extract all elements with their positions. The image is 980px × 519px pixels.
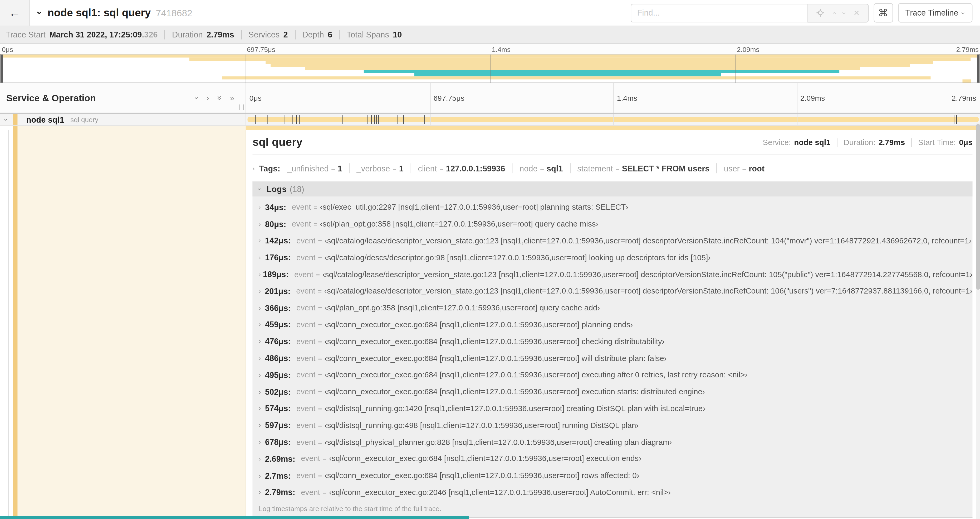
trace-summary-item: Total Spans10 — [340, 30, 409, 40]
chevron-right-icon[interactable]: › — [259, 472, 265, 479]
log-row[interactable]: ›574μs:event=‹sql/distsql_running.go:142… — [259, 400, 972, 417]
log-row[interactable]: ›189μs:event=‹sql/catalog/lease/descript… — [259, 266, 972, 283]
log-row[interactable]: ›476μs:event=‹sql/conn_executor_exec.go:… — [259, 333, 972, 350]
chevron-right-icon[interactable]: › — [259, 355, 265, 362]
tag-key: client — [418, 163, 437, 173]
minimap-tick-labels: 0μs697.75μs1.4ms2.09ms2.79ms — [0, 44, 980, 54]
log-value: ‹sql/conn_executor_exec.go:684 [nsql1,cl… — [329, 454, 641, 463]
log-event-tick — [342, 115, 343, 124]
tag-value: 127.0.0.1:59936 — [446, 163, 505, 173]
span-row-timeline-cell[interactable] — [246, 114, 980, 125]
log-row[interactable]: ›80μs:event=‹sql/plan_opt.go:358 [nsql1,… — [259, 216, 972, 233]
scrollbar-thumb[interactable] — [976, 124, 980, 290]
chevron-right-icon[interactable]: › — [259, 439, 265, 446]
log-row[interactable]: ›34μs:event=‹sql/exec_util.go:2297 [nsql… — [259, 199, 972, 216]
summary-label: Services — [248, 30, 280, 40]
chevron-right-icon[interactable]: › — [259, 204, 265, 211]
clear-search-icon[interactable]: ✕ — [853, 9, 860, 16]
chevron-right-icon[interactable]: › — [259, 321, 265, 328]
chevron-down-icon[interactable]: › — [35, 11, 46, 14]
chevron-right-icon[interactable]: › — [259, 422, 265, 429]
double-chevron-right-icon[interactable]: » — [230, 94, 234, 102]
log-row[interactable]: ›486μs:event=‹sql/conn_executor_exec.go:… — [259, 350, 972, 367]
tag-item[interactable]: _verbose=1 — [342, 163, 404, 173]
log-row[interactable]: ›459μs:event=‹sql/conn_executor_exec.go:… — [259, 316, 972, 333]
chevron-down-icon[interactable]: › — [193, 96, 201, 99]
log-row[interactable]: ›2.79ms:event=‹sql/conn_executor_exec.go… — [259, 484, 972, 501]
chevron-right-icon[interactable]: › — [259, 455, 265, 462]
span-row[interactable]: › node sql1 sql query — [0, 114, 980, 126]
viewport-drag-handle-right[interactable] — [977, 54, 979, 83]
log-value: ‹sql/conn_executor_exec.go:684 [nsql1,cl… — [325, 370, 748, 379]
minimap-canvas[interactable] — [0, 54, 980, 83]
tag-item[interactable]: node=sql1 — [505, 163, 563, 173]
equals-sign: = — [393, 164, 396, 172]
summary-value: 10 — [393, 30, 402, 40]
back-button[interactable]: ← — [0, 0, 30, 26]
chevron-right-icon[interactable]: › — [259, 305, 265, 311]
equals-sign: = — [318, 371, 322, 379]
log-value: ‹sql/exec_util.go:2297 [nsql1,client=127… — [320, 203, 628, 212]
chevron-right-icon[interactable]: › — [259, 405, 265, 412]
equals-sign: = — [318, 237, 322, 244]
topbar-actions: › › ✕ ⌘ Trace Timeline › — [630, 0, 980, 26]
next-result-icon[interactable]: › — [840, 11, 848, 14]
vertical-scrollbar[interactable] — [976, 123, 980, 519]
tags-row[interactable]: › Tags: _unfinished=1_verbose=1client=12… — [252, 161, 972, 176]
chevron-right-icon[interactable]: › — [259, 237, 265, 244]
prev-result-icon[interactable]: › — [830, 11, 837, 14]
chevron-right-icon[interactable]: › — [206, 94, 209, 102]
tag-item[interactable]: client=127.0.0.1:59936 — [404, 163, 505, 173]
log-field-name: event — [301, 454, 320, 463]
log-row[interactable]: ›495μs:event=‹sql/conn_executor_exec.go:… — [259, 367, 972, 383]
chevron-down-icon[interactable]: › — [3, 118, 10, 121]
chevron-right-icon[interactable]: › — [259, 388, 265, 395]
log-row[interactable]: ›176μs:event=‹sql/catalog/descs/descript… — [259, 249, 972, 266]
chevron-right-icon[interactable]: › — [259, 271, 263, 278]
detail-meta-value: 0μs — [959, 138, 972, 147]
span-row-name-cell[interactable]: › node sql1 sql query — [0, 114, 246, 125]
chevron-right-icon[interactable]: › — [259, 288, 265, 295]
chevron-right-icon[interactable]: › — [259, 338, 265, 345]
tag-item[interactable]: statement=SELECT * FROM users — [563, 163, 710, 173]
double-chevron-down-icon[interactable]: » — [215, 96, 224, 100]
detail-meta-value: 2.79ms — [878, 138, 905, 147]
detail-operation-title: sql query — [252, 136, 302, 149]
keyboard-shortcuts-button[interactable]: ⌘ — [873, 3, 893, 23]
log-row[interactable]: ›2.69ms:event=‹sql/conn_executor_exec.go… — [259, 450, 972, 467]
tag-item[interactable]: _unfinished=1 — [287, 163, 342, 173]
log-row[interactable]: ›366μs:event=‹sql/plan_opt.go:358 [nsql1… — [259, 300, 972, 316]
log-value: ‹sql/catalog/lease/descriptor_version_st… — [324, 287, 972, 295]
log-row[interactable]: ›142μs:event=‹sql/catalog/lease/descript… — [259, 233, 972, 249]
find-input[interactable] — [630, 3, 807, 22]
log-row[interactable]: ›597μs:event=‹sql/distsql_running.go:498… — [259, 417, 972, 434]
detail-meta-item: Service:node sql1 — [763, 138, 830, 147]
summary-value: March 31 2022, 17:25:09 — [49, 30, 142, 40]
log-event-tick — [255, 115, 256, 124]
log-value: ‹sql/conn_executor_exec.go:684 [nsql1,cl… — [325, 471, 640, 480]
chevron-right-icon[interactable]: › — [259, 221, 265, 228]
view-selector-button[interactable]: Trace Timeline › — [898, 3, 972, 23]
log-event-tick — [296, 115, 296, 124]
chevron-right-icon[interactable]: › — [259, 254, 265, 261]
log-field-name: event — [296, 236, 316, 245]
chevron-right-icon[interactable]: › — [259, 372, 265, 378]
chevron-right-icon[interactable]: › — [252, 164, 255, 172]
equals-sign: = — [318, 405, 322, 412]
trace-summary-item: Services2 — [242, 30, 295, 40]
chevron-right-icon[interactable]: › — [259, 489, 265, 496]
log-event-tick — [377, 115, 377, 124]
log-row[interactable]: ›201μs:event=‹sql/catalog/lease/descript… — [259, 283, 972, 300]
log-event-tick — [403, 115, 404, 124]
logs-header[interactable]: › Logs (18) — [252, 181, 972, 196]
log-row[interactable]: ›678μs:event=‹sql/distsql_physical_plann… — [259, 434, 972, 450]
timeline-grid-header: Service & Operation › › » » 0μs697.75μs1… — [0, 83, 980, 114]
locate-icon[interactable] — [816, 9, 824, 17]
log-row[interactable]: ›2.7ms:event=‹sql/conn_executor_exec.go:… — [259, 467, 972, 484]
viewport-drag-handle-left[interactable] — [0, 54, 3, 83]
log-field-name: event — [296, 471, 316, 480]
log-field-name: event — [296, 387, 316, 396]
log-row[interactable]: ›502μs:event=‹sql/conn_executor_exec.go:… — [259, 383, 972, 400]
column-resizer-handle[interactable] — [239, 104, 244, 110]
tag-item[interactable]: user=root — [710, 163, 765, 173]
